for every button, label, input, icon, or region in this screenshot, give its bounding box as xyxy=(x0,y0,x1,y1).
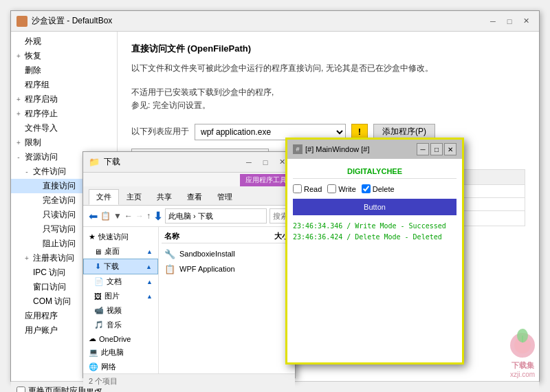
sidebar-item-label: 完全访问 xyxy=(43,195,76,206)
sidebar-item-restore[interactable]: + 恢复 xyxy=(11,49,117,63)
expand-icon: + xyxy=(14,52,23,61)
sidebar-label: 此电脑 xyxy=(101,347,124,358)
arrow-icon: ▲ xyxy=(146,248,153,255)
sidebar-item-label: 文件访问 xyxy=(33,166,66,177)
sidebar-item-label: 资源访问 xyxy=(25,151,58,163)
sidebar-item-desktop[interactable]: 🖥 桌面 ▲ xyxy=(83,244,158,259)
nav-forward-btn[interactable]: → xyxy=(135,208,144,224)
placeholder-icon xyxy=(22,297,32,307)
explorer-body: ★ 快速访问 🖥 桌面 ▲ ⬇ 下载 ▲ 📄 文档 ▲ 🖼 图片 ▲ xyxy=(83,227,295,373)
sidebar-item-documents[interactable]: 📄 文档 ▲ xyxy=(83,274,158,289)
delete-checkbox[interactable] xyxy=(362,184,371,193)
sidebar-item-label: 删除 xyxy=(25,65,41,76)
sidebar-label: 文档 xyxy=(107,276,122,287)
sidebar-item-downloads[interactable]: ⬇ 下载 ▲ xyxy=(83,259,158,274)
pictures-icon: 🖼 xyxy=(94,292,102,301)
ribbon-tab-manage[interactable]: 管理 xyxy=(210,189,240,205)
write-checkbox[interactable] xyxy=(327,184,336,193)
watermark-logo xyxy=(502,326,543,360)
file-icon-btn[interactable]: 📋 xyxy=(100,208,111,224)
explorer-window: 📁 下载 ─ □ ✕ 应用程序工具 文件 主页 共享 查看 管理 ⬅ 📋 ▼ ←… xyxy=(82,151,296,378)
back-button[interactable]: ⬅ xyxy=(89,208,98,224)
sidebar-item-program-stop[interactable]: + 程序停止 xyxy=(11,107,117,121)
sidebar-item-label: 注册表访问 xyxy=(33,252,74,264)
watermark-text: 下载集 xyxy=(512,360,534,371)
sidebar-item-program-start[interactable]: + 程序启动 xyxy=(11,92,117,107)
ribbon-tab-view[interactable]: 查看 xyxy=(179,189,210,205)
sidebar-label: 视频 xyxy=(107,305,122,316)
placeholder-icon xyxy=(32,239,41,249)
popup-maximize-btn[interactable]: □ xyxy=(430,143,443,155)
explorer-title-controls: ─ □ ✕ xyxy=(241,155,289,170)
sidebar-item-file-import[interactable]: 文件导入 xyxy=(11,121,117,135)
sidebar-item-label: 程序停止 xyxy=(25,108,58,120)
small-icon-btn[interactable]: ▼ xyxy=(113,208,122,224)
videos-icon: 📹 xyxy=(94,306,104,315)
explorer-ribbon: 应用程序工具 文件 主页 共享 查看 管理 xyxy=(83,173,295,206)
title-bar-left: 沙盒设置 - DefaultBox xyxy=(16,15,112,27)
sidebar-item-onedrive[interactable]: ☁ OneDrive xyxy=(83,332,158,345)
nav-up-btn[interactable]: ↑ xyxy=(146,208,151,224)
sidebar-item-delete[interactable]: 删除 xyxy=(11,63,117,78)
apply-changes-checkbox[interactable] xyxy=(16,386,25,392)
file-name: WPF Application xyxy=(179,265,235,273)
sidebar-item-label: 直接访问 xyxy=(43,180,76,192)
sidebar-item-pictures[interactable]: 🖼 图片 ▲ xyxy=(83,289,158,303)
sidebar-item-network[interactable]: 🌐 网络 xyxy=(83,360,158,373)
minimize-button[interactable]: ─ xyxy=(485,14,500,29)
app-icon xyxy=(16,16,28,27)
explorer-maximize-button[interactable]: □ xyxy=(258,155,273,170)
file-name: SandboxieInstall xyxy=(179,250,235,258)
sidebar-item-thispc[interactable]: 💻 此电脑 xyxy=(83,345,158,360)
watermark: 下载集 xzji.com xyxy=(502,326,543,378)
sidebar-item-label: IPC 访问 xyxy=(33,267,65,279)
close-button[interactable]: ✕ xyxy=(518,14,534,29)
explorer-minimize-button[interactable]: ─ xyxy=(241,155,256,170)
nav-back-btn[interactable]: ← xyxy=(124,208,133,224)
arrow-icon: ▲ xyxy=(146,293,153,300)
placeholder-icon xyxy=(14,80,23,90)
sidebar-item-label: 用户账户 xyxy=(25,325,58,336)
ribbon-tab-file[interactable]: 文件 xyxy=(89,189,119,205)
sidebar-item-music[interactable]: 🎵 音乐 xyxy=(83,318,158,332)
expand-icon: + xyxy=(14,95,23,105)
read-checkbox[interactable] xyxy=(293,184,302,193)
thispc-icon: 💻 xyxy=(89,348,98,357)
popup-title-text: [#] MainWindow [#] xyxy=(305,145,370,153)
file-row-wpf[interactable]: 📋 WPF Application xyxy=(162,261,292,276)
sidebar-label: 音乐 xyxy=(107,320,122,330)
sidebar-item-label: 文件导入 xyxy=(25,122,58,134)
sidebar-item-label: COM 访问 xyxy=(33,296,71,307)
path-bar[interactable] xyxy=(165,208,267,224)
sidebar-item-quick-access[interactable]: ★ 快速访问 xyxy=(83,230,158,244)
popup-minimize-btn[interactable]: ─ xyxy=(417,143,429,155)
popup-title-left: # [#] MainWindow [#] xyxy=(293,144,370,154)
nav-down-arrow[interactable]: ⬇ xyxy=(153,208,162,224)
maximize-button[interactable]: □ xyxy=(502,14,517,29)
placeholder-icon xyxy=(22,283,32,292)
wpf-icon: 📋 xyxy=(164,263,175,274)
title-controls: ─ □ ✕ xyxy=(485,14,534,29)
sandboxie-icon: 🔧 xyxy=(164,248,175,259)
main-popup-window: # [#] MainWindow [#] ─ □ ✕ DIGITALYCHEE … xyxy=(285,138,464,364)
sidebar-item-program-group[interactable]: 程序组 xyxy=(11,78,117,92)
arrow-icon: ▲ xyxy=(146,263,152,270)
file-row-sandboxie[interactable]: 🔧 SandboxieInstall xyxy=(162,246,292,261)
ribbon-tab-share[interactable]: 共享 xyxy=(149,189,179,205)
col-header-size: 大小 xyxy=(255,231,289,241)
arrow-icon: ▲ xyxy=(146,279,153,285)
sidebar-item-limit[interactable]: + 限制 xyxy=(11,135,117,150)
popup-close-btn[interactable]: ✕ xyxy=(444,143,456,155)
delete-label: Delete xyxy=(373,185,395,193)
sidebar-item-appearance[interactable]: 外观 xyxy=(11,34,117,49)
ribbon-tabs: 文件 主页 共享 查看 管理 xyxy=(83,186,295,205)
watermark-url: xzji.com xyxy=(510,371,535,378)
delete-checkbox-item: Delete xyxy=(362,184,395,193)
popup-main-button[interactable]: Button xyxy=(293,199,456,215)
sidebar-item-label: 窗口访问 xyxy=(33,281,66,293)
expand-icon: + xyxy=(14,109,23,119)
filter-label: 以下列表应用于 xyxy=(131,126,189,138)
ribbon-tab-home[interactable]: 主页 xyxy=(119,189,149,205)
expand-icon: + xyxy=(14,138,23,148)
sidebar-item-videos[interactable]: 📹 视频 xyxy=(83,303,158,318)
